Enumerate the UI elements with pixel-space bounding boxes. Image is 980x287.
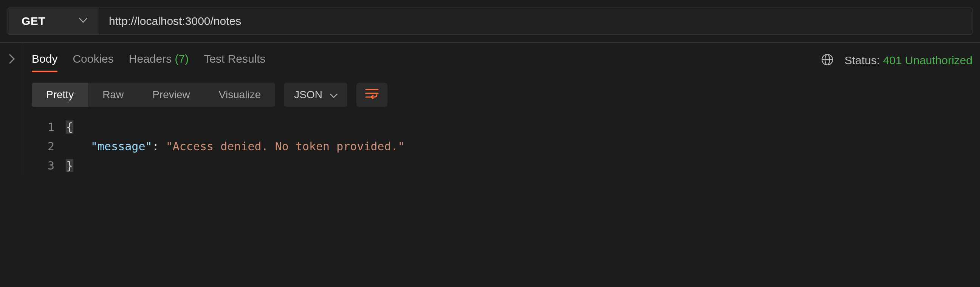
tab-cookies-label: Cookies	[73, 52, 113, 65]
response-area: Body Cookies Headers (7) Test Results	[0, 43, 980, 175]
chevron-down-icon	[330, 89, 337, 101]
expand-column	[0, 43, 24, 175]
status-label: Status:	[844, 54, 880, 67]
request-url-text: http://localhost:3000/notes	[109, 15, 961, 28]
tab-body[interactable]: Body	[32, 49, 57, 71]
chevron-right-icon[interactable]	[9, 54, 15, 175]
view-mode-row: Pretty Raw Preview Visualize JSON	[24, 71, 980, 107]
code-line: 2 "message": "Access denied. No token pr…	[32, 137, 972, 156]
format-select[interactable]: JSON	[284, 83, 347, 107]
response-main: Body Cookies Headers (7) Test Results	[24, 43, 980, 175]
view-mode-pretty[interactable]: Pretty	[32, 83, 88, 107]
status-value: 401 Unauthorized	[883, 54, 972, 67]
response-tabs-left: Body Cookies Headers (7) Test Results	[32, 49, 266, 71]
tab-headers-label: Headers	[129, 52, 172, 65]
line-wrap-button[interactable]	[356, 83, 387, 107]
brace-close: }	[66, 159, 73, 172]
json-string: "Access denied. No token provided."	[166, 140, 405, 153]
view-mode-preview[interactable]: Preview	[138, 83, 204, 107]
status-text: Status: 401 Unauthorized	[844, 54, 972, 67]
tab-test-results[interactable]: Test Results	[204, 49, 265, 71]
tab-cookies[interactable]: Cookies	[73, 49, 113, 71]
view-mode-group: Pretty Raw Preview Visualize	[32, 83, 275, 107]
line-number: 3	[32, 156, 66, 175]
json-key: "message"	[91, 140, 152, 153]
tab-body-label: Body	[32, 52, 57, 65]
request-bar: GET http://localhost:3000/notes	[0, 0, 980, 43]
response-tabs: Body Cookies Headers (7) Test Results	[24, 49, 980, 71]
response-body-code[interactable]: 1 { 2 "message": "Access denied. No toke…	[24, 107, 980, 175]
chevron-down-icon	[79, 18, 87, 25]
http-method-select[interactable]: GET	[8, 8, 98, 35]
line-number: 2	[32, 137, 66, 156]
code-line: 1 {	[32, 117, 972, 137]
globe-icon[interactable]	[821, 53, 834, 68]
tab-headers-count: (7)	[175, 52, 189, 65]
line-wrap-icon	[365, 88, 379, 101]
format-selected: JSON	[294, 89, 322, 101]
view-mode-visualize[interactable]: Visualize	[204, 83, 275, 107]
view-mode-raw[interactable]: Raw	[88, 83, 138, 107]
tab-test-results-label: Test Results	[204, 52, 265, 65]
json-colon: :	[152, 140, 159, 153]
http-method-label: GET	[22, 15, 45, 28]
request-url-input[interactable]: http://localhost:3000/notes	[98, 8, 972, 35]
brace-open: {	[66, 121, 73, 134]
tab-headers[interactable]: Headers (7)	[129, 49, 189, 71]
code-line: 3 }	[32, 156, 972, 175]
line-number: 1	[32, 117, 66, 137]
response-tabs-right: Status: 401 Unauthorized	[821, 53, 972, 68]
